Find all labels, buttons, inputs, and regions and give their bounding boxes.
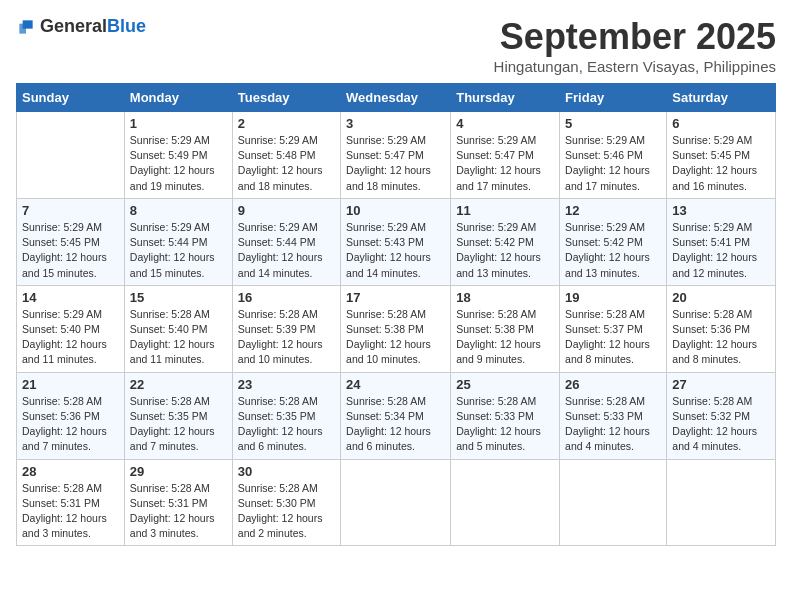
day-number: 7 [22,203,119,218]
logo-text: GeneralBlue [40,16,146,37]
day-info: Sunrise: 5:28 AMSunset: 5:31 PMDaylight:… [130,481,227,542]
location-subtitle: Hingatungan, Eastern Visayas, Philippine… [494,58,776,75]
col-thursday: Thursday [451,84,560,112]
header: GeneralBlue September 2025 Hingatungan, … [16,16,776,75]
day-info: Sunrise: 5:29 AMSunset: 5:48 PMDaylight:… [238,133,335,194]
day-number: 9 [238,203,335,218]
day-info: Sunrise: 5:28 AMSunset: 5:33 PMDaylight:… [565,394,661,455]
table-row [560,459,667,546]
day-number: 10 [346,203,445,218]
table-row: 1Sunrise: 5:29 AMSunset: 5:49 PMDaylight… [124,112,232,199]
day-number: 22 [130,377,227,392]
day-info: Sunrise: 5:29 AMSunset: 5:49 PMDaylight:… [130,133,227,194]
logo-icon [16,17,36,37]
table-row: 20Sunrise: 5:28 AMSunset: 5:36 PMDayligh… [667,285,776,372]
day-number: 25 [456,377,554,392]
day-info: Sunrise: 5:28 AMSunset: 5:33 PMDaylight:… [456,394,554,455]
svg-marker-1 [19,23,26,33]
logo-general: General [40,16,107,36]
month-title: September 2025 [494,16,776,58]
day-info: Sunrise: 5:29 AMSunset: 5:47 PMDaylight:… [346,133,445,194]
logo-blue: Blue [107,16,146,36]
day-info: Sunrise: 5:28 AMSunset: 5:38 PMDaylight:… [346,307,445,368]
table-row: 21Sunrise: 5:28 AMSunset: 5:36 PMDayligh… [17,372,125,459]
table-row: 10Sunrise: 5:29 AMSunset: 5:43 PMDayligh… [341,198,451,285]
day-number: 23 [238,377,335,392]
table-row: 11Sunrise: 5:29 AMSunset: 5:42 PMDayligh… [451,198,560,285]
day-number: 6 [672,116,770,131]
day-info: Sunrise: 5:28 AMSunset: 5:38 PMDaylight:… [456,307,554,368]
day-number: 21 [22,377,119,392]
table-row: 28Sunrise: 5:28 AMSunset: 5:31 PMDayligh… [17,459,125,546]
day-info: Sunrise: 5:28 AMSunset: 5:36 PMDaylight:… [22,394,119,455]
day-number: 2 [238,116,335,131]
day-info: Sunrise: 5:29 AMSunset: 5:40 PMDaylight:… [22,307,119,368]
day-number: 13 [672,203,770,218]
table-row: 15Sunrise: 5:28 AMSunset: 5:40 PMDayligh… [124,285,232,372]
table-row: 13Sunrise: 5:29 AMSunset: 5:41 PMDayligh… [667,198,776,285]
day-number: 28 [22,464,119,479]
day-number: 27 [672,377,770,392]
col-monday: Monday [124,84,232,112]
table-row: 16Sunrise: 5:28 AMSunset: 5:39 PMDayligh… [232,285,340,372]
day-info: Sunrise: 5:28 AMSunset: 5:32 PMDaylight:… [672,394,770,455]
day-info: Sunrise: 5:28 AMSunset: 5:31 PMDaylight:… [22,481,119,542]
calendar-header-row: Sunday Monday Tuesday Wednesday Thursday… [17,84,776,112]
day-info: Sunrise: 5:29 AMSunset: 5:45 PMDaylight:… [22,220,119,281]
table-row: 26Sunrise: 5:28 AMSunset: 5:33 PMDayligh… [560,372,667,459]
table-row: 9Sunrise: 5:29 AMSunset: 5:44 PMDaylight… [232,198,340,285]
table-row: 27Sunrise: 5:28 AMSunset: 5:32 PMDayligh… [667,372,776,459]
day-info: Sunrise: 5:28 AMSunset: 5:30 PMDaylight:… [238,481,335,542]
table-row [667,459,776,546]
table-row: 4Sunrise: 5:29 AMSunset: 5:47 PMDaylight… [451,112,560,199]
day-number: 24 [346,377,445,392]
table-row [17,112,125,199]
col-saturday: Saturday [667,84,776,112]
table-row: 2Sunrise: 5:29 AMSunset: 5:48 PMDaylight… [232,112,340,199]
table-row: 23Sunrise: 5:28 AMSunset: 5:35 PMDayligh… [232,372,340,459]
day-info: Sunrise: 5:28 AMSunset: 5:39 PMDaylight:… [238,307,335,368]
day-info: Sunrise: 5:29 AMSunset: 5:43 PMDaylight:… [346,220,445,281]
day-info: Sunrise: 5:29 AMSunset: 5:47 PMDaylight:… [456,133,554,194]
day-info: Sunrise: 5:29 AMSunset: 5:41 PMDaylight:… [672,220,770,281]
day-info: Sunrise: 5:29 AMSunset: 5:42 PMDaylight:… [565,220,661,281]
table-row: 29Sunrise: 5:28 AMSunset: 5:31 PMDayligh… [124,459,232,546]
day-number: 8 [130,203,227,218]
day-number: 17 [346,290,445,305]
day-number: 5 [565,116,661,131]
col-tuesday: Tuesday [232,84,340,112]
table-row: 8Sunrise: 5:29 AMSunset: 5:44 PMDaylight… [124,198,232,285]
table-row: 18Sunrise: 5:28 AMSunset: 5:38 PMDayligh… [451,285,560,372]
day-info: Sunrise: 5:28 AMSunset: 5:40 PMDaylight:… [130,307,227,368]
calendar-week-row: 1Sunrise: 5:29 AMSunset: 5:49 PMDaylight… [17,112,776,199]
table-row: 3Sunrise: 5:29 AMSunset: 5:47 PMDaylight… [341,112,451,199]
day-number: 14 [22,290,119,305]
calendar-week-row: 7Sunrise: 5:29 AMSunset: 5:45 PMDaylight… [17,198,776,285]
day-info: Sunrise: 5:28 AMSunset: 5:35 PMDaylight:… [130,394,227,455]
day-info: Sunrise: 5:28 AMSunset: 5:35 PMDaylight:… [238,394,335,455]
table-row: 14Sunrise: 5:29 AMSunset: 5:40 PMDayligh… [17,285,125,372]
day-info: Sunrise: 5:29 AMSunset: 5:44 PMDaylight:… [238,220,335,281]
day-number: 1 [130,116,227,131]
day-info: Sunrise: 5:29 AMSunset: 5:42 PMDaylight:… [456,220,554,281]
title-area: September 2025 Hingatungan, Eastern Visa… [494,16,776,75]
day-number: 4 [456,116,554,131]
calendar-week-row: 21Sunrise: 5:28 AMSunset: 5:36 PMDayligh… [17,372,776,459]
table-row: 22Sunrise: 5:28 AMSunset: 5:35 PMDayligh… [124,372,232,459]
day-number: 11 [456,203,554,218]
table-row: 7Sunrise: 5:29 AMSunset: 5:45 PMDaylight… [17,198,125,285]
day-info: Sunrise: 5:28 AMSunset: 5:36 PMDaylight:… [672,307,770,368]
day-info: Sunrise: 5:28 AMSunset: 5:34 PMDaylight:… [346,394,445,455]
table-row: 6Sunrise: 5:29 AMSunset: 5:45 PMDaylight… [667,112,776,199]
col-sunday: Sunday [17,84,125,112]
day-info: Sunrise: 5:29 AMSunset: 5:44 PMDaylight:… [130,220,227,281]
day-number: 18 [456,290,554,305]
calendar-table: Sunday Monday Tuesday Wednesday Thursday… [16,83,776,546]
day-number: 30 [238,464,335,479]
day-number: 3 [346,116,445,131]
day-number: 19 [565,290,661,305]
day-info: Sunrise: 5:29 AMSunset: 5:45 PMDaylight:… [672,133,770,194]
table-row [451,459,560,546]
calendar-week-row: 28Sunrise: 5:28 AMSunset: 5:31 PMDayligh… [17,459,776,546]
col-friday: Friday [560,84,667,112]
